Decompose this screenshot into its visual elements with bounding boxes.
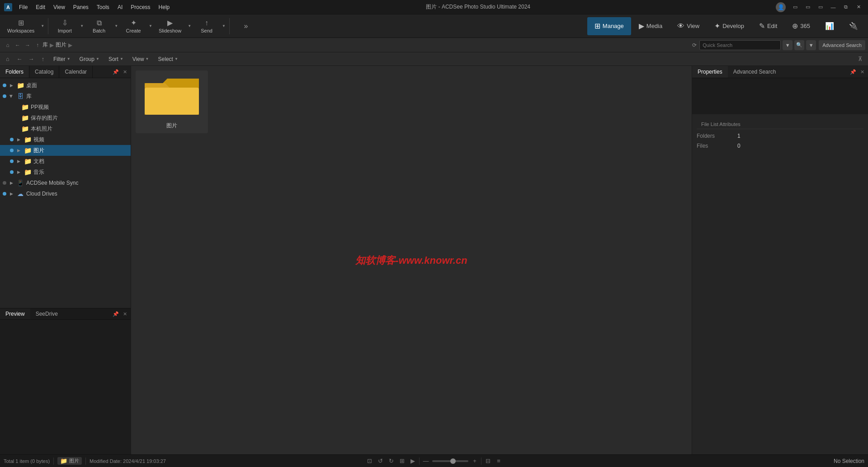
preview-close-btn[interactable]: ✕: [121, 310, 129, 318]
tab-calendar[interactable]: Calendar: [59, 66, 93, 78]
user-profile-button[interactable]: 👤: [776, 2, 786, 12]
rp-close-btn[interactable]: ✕: [858, 68, 866, 76]
layout-btn-2[interactable]: ▭: [802, 2, 814, 12]
tree-icon-library: 🗄: [16, 92, 24, 100]
zoom-thumb[interactable]: [450, 458, 456, 464]
folder-item-images[interactable]: 图片: [136, 70, 208, 133]
tab-stats[interactable]: 📊: [818, 17, 841, 35]
more-button[interactable]: »: [232, 16, 259, 36]
tree-item-cloud[interactable]: ▶ ☁ Cloud Drives: [0, 188, 131, 199]
menu-ai[interactable]: AI: [114, 3, 126, 11]
workspaces-arrow[interactable]: ▼: [40, 24, 45, 28]
tab-develop[interactable]: ✦ Develop: [707, 17, 751, 35]
search-execute-btn[interactable]: 🔍: [794, 40, 804, 50]
tab-advanced-search[interactable]: Advanced Search: [728, 66, 782, 78]
breadcrumb-images[interactable]: 图片: [56, 41, 66, 49]
status-undo-btn[interactable]: ↺: [376, 457, 385, 466]
status-redo-btn[interactable]: ↻: [387, 457, 396, 466]
panel-pin-btn[interactable]: 📌: [112, 68, 120, 76]
tab-catalog[interactable]: Catalog: [29, 66, 59, 78]
create-button[interactable]: ✦ Create: [120, 16, 147, 36]
nav-back-filter-btn[interactable]: ←: [14, 54, 24, 64]
home-button[interactable]: ⌂: [3, 40, 13, 50]
menu-panes[interactable]: Panes: [70, 3, 92, 11]
up-button[interactable]: ↑: [33, 40, 42, 50]
window-controls: ▭ ▭ ▭ — ⧉ ✕: [789, 2, 864, 12]
menu-edit[interactable]: Edit: [32, 3, 49, 11]
tab-plugins[interactable]: 🔌: [842, 17, 865, 35]
media-label: Media: [646, 23, 662, 29]
tree-item-docs[interactable]: ▶ 📁 文档: [0, 156, 131, 167]
tree-item-pp[interactable]: 📁 PP视频: [0, 102, 131, 112]
tree-item-saved[interactable]: 📁 保存的图片: [0, 112, 131, 123]
forward-button[interactable]: →: [23, 40, 33, 50]
batch-label: Batch: [93, 28, 105, 33]
nav-home-btn[interactable]: ⌂: [3, 54, 13, 64]
sort-button[interactable]: Sort ▼: [105, 54, 127, 65]
group-button[interactable]: Group ▼: [76, 54, 103, 65]
zoom-in-btn[interactable]: +: [470, 457, 479, 466]
tab-folders[interactable]: Folders: [0, 66, 29, 78]
send-arrow[interactable]: ▼: [221, 24, 226, 28]
menu-help[interactable]: Help: [155, 3, 174, 11]
create-arrow[interactable]: ▼: [148, 24, 153, 28]
tree-item-images[interactable]: ▶ 📁 图片: [0, 145, 131, 156]
send-button[interactable]: ↑ Send: [193, 16, 220, 36]
tree-dot-images: [10, 149, 14, 152]
nav-up-filter-btn[interactable]: ↑: [38, 54, 48, 64]
collapse-panel-btn[interactable]: ⊼: [855, 54, 865, 64]
slideshow-button[interactable]: ▶ Slideshow: [154, 16, 186, 36]
menu-view[interactable]: View: [50, 3, 69, 11]
tree-item-desktop[interactable]: ▶ 📁 桌面: [0, 80, 131, 91]
tab-edit[interactable]: ✎ Edit: [752, 17, 784, 35]
refresh-button[interactable]: ⟳: [689, 40, 699, 50]
tab-properties[interactable]: Properties: [692, 66, 728, 78]
panel-close-btn[interactable]: ✕: [121, 68, 129, 76]
back-button[interactable]: ←: [13, 40, 23, 50]
layout-btn-3[interactable]: ▭: [815, 2, 826, 12]
advanced-search-button[interactable]: Advanced Search: [819, 40, 865, 50]
zoom-out-btn[interactable]: —: [421, 457, 430, 466]
tree-item-library[interactable]: ▶ 🗄 库: [0, 91, 131, 102]
thumbnail-view-btn[interactable]: ⊟: [483, 457, 492, 466]
layout-btn-1[interactable]: ▭: [789, 2, 801, 12]
search-dropdown-btn[interactable]: ▼: [783, 40, 793, 50]
tab-seedrive[interactable]: SeeDrive: [30, 308, 63, 319]
tree-item-localphoto[interactable]: 📁 本机照片: [0, 123, 131, 134]
quick-search-input[interactable]: [699, 40, 781, 50]
workspaces-button[interactable]: ⊞ Workspaces: [3, 16, 39, 36]
status-action-btn-1[interactable]: ⊡: [365, 457, 374, 466]
preview-pin-btn[interactable]: 📌: [112, 310, 120, 318]
menu-tools[interactable]: Tools: [93, 3, 113, 11]
restore-button[interactable]: ⧉: [840, 2, 852, 12]
breadcrumb-root[interactable]: 库: [42, 41, 48, 49]
menu-process[interactable]: Process: [127, 3, 154, 11]
close-button[interactable]: ✕: [853, 2, 864, 12]
tab-preview[interactable]: Preview: [0, 308, 30, 319]
batch-button[interactable]: ⧉ Batch: [85, 16, 113, 36]
tab-365[interactable]: ⊕ 365: [785, 17, 817, 35]
minimize-button[interactable]: —: [827, 2, 839, 12]
tree-item-music[interactable]: ▶ 📁 音乐: [0, 167, 131, 177]
zoom-slider[interactable]: [432, 460, 468, 462]
search-filter-btn[interactable]: ▼: [806, 40, 816, 50]
slideshow-arrow[interactable]: ▼: [187, 24, 192, 28]
status-grid-btn[interactable]: ⊞: [397, 457, 406, 466]
menu-file[interactable]: File: [15, 3, 31, 11]
nav-fwd-filter-btn[interactable]: →: [26, 54, 36, 64]
rp-pin-btn[interactable]: 📌: [849, 68, 857, 76]
filter-arrow: ▼: [67, 57, 71, 61]
tab-view[interactable]: 👁 View: [670, 17, 707, 35]
status-play-btn[interactable]: ▶: [408, 457, 417, 466]
tree-item-video[interactable]: ▶ 📁 视频: [0, 134, 131, 145]
list-view-btn[interactable]: ≡: [494, 457, 503, 466]
filter-button[interactable]: Filter ▼: [50, 54, 74, 65]
tree-item-mobile[interactable]: ▶ 📱 ACDSee Mobile Sync: [0, 177, 131, 188]
batch-arrow[interactable]: ▼: [113, 24, 119, 28]
view-btn[interactable]: View ▼: [129, 54, 153, 65]
tab-manage[interactable]: ⊞ Manage: [587, 17, 631, 35]
import-arrow[interactable]: ▼: [79, 24, 85, 28]
select-button[interactable]: Select ▼: [155, 54, 182, 65]
tab-media[interactable]: ▶ Media: [632, 17, 670, 35]
import-button[interactable]: ⇩ Import: [51, 16, 78, 36]
